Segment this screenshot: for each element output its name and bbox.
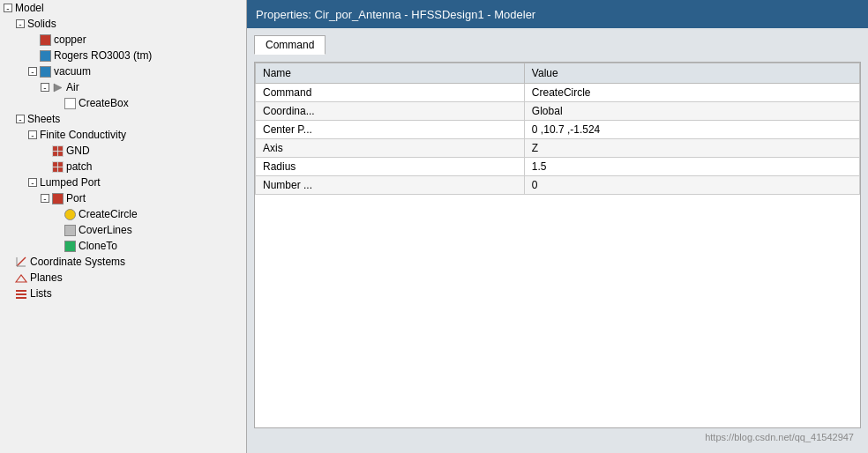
tree-item-createbox[interactable]: CreateBox — [0, 95, 246, 111]
row-value: 1.5 — [524, 158, 859, 176]
title-text: Properties: Cir_por_Antenna - HFSSDesign… — [256, 8, 535, 21]
table-row[interactable]: Number ...0 — [256, 176, 860, 195]
row-name: Command — [256, 84, 525, 102]
tree-item-label: patch — [66, 160, 92, 173]
row-value: Z — [524, 139, 859, 158]
svg-rect-9 — [53, 167, 57, 172]
svg-rect-16 — [16, 293, 26, 295]
svg-rect-3 — [58, 146, 63, 151]
row-value: 0 — [524, 176, 859, 195]
tree-item-lists[interactable]: Lists — [0, 286, 246, 301]
svg-marker-0 — [54, 84, 62, 92]
svg-rect-10 — [58, 167, 63, 172]
tree-item-label: Solids — [27, 18, 56, 30]
col-header-name: Name — [256, 63, 525, 84]
tree-item-patch[interactable]: patch — [0, 159, 246, 175]
properties-table: Name Value CommandCreateCircleCoordina..… — [255, 63, 860, 195]
watermark: https://blog.csdn.net/qq_41542947 — [254, 428, 861, 446]
tree-item-label: CreateBox — [79, 97, 129, 109]
tree-item-port[interactable]: -Port — [0, 190, 246, 206]
svg-rect-8 — [58, 162, 63, 167]
tree-item-label: Finite Conductivity — [40, 129, 126, 141]
tree-item-gnd[interactable]: GND — [0, 143, 246, 159]
tree-item-label: Sheets — [27, 113, 60, 125]
expand-icon[interactable]: - — [28, 67, 37, 76]
tree-item-label: Coordinate Systems — [30, 256, 125, 268]
yellow-circle-icon — [64, 209, 76, 220]
tree-item-lumped-port[interactable]: -Lumped Port — [0, 175, 246, 190]
tree-item-label: Lumped Port — [40, 176, 101, 189]
row-value: CreateCircle — [524, 84, 859, 102]
tree-item-label: CoverLines — [79, 224, 132, 236]
expand-icon[interactable]: - — [16, 115, 25, 123]
svg-marker-14 — [16, 275, 26, 282]
svg-rect-4 — [53, 152, 57, 156]
expand-icon[interactable]: - — [16, 19, 25, 28]
tree-item-coord-sys[interactable]: Coordinate Systems — [0, 254, 246, 270]
red-box-icon — [40, 34, 51, 46]
tree-item-label: Planes — [30, 271, 63, 284]
tree-item-label: CloneTo — [79, 240, 117, 252]
table-wrapper: Name Value CommandCreateCircleCoordina..… — [254, 62, 861, 428]
tree-item-label: Air — [66, 81, 79, 93]
red-grid-icon — [52, 161, 64, 173]
properties-content: Command Name Value CommandCreateCircleCo… — [247, 28, 868, 453]
tab-bar[interactable]: Command — [254, 35, 861, 55]
tree-item-label: Rogers RO3003 (tm) — [54, 49, 152, 62]
row-name: Center P... — [256, 121, 525, 139]
tree-panel[interactable]: -Model-SolidscopperRogers RO3003 (tm)-va… — [0, 0, 247, 453]
table-row[interactable]: Center P...0 ,10.7 ,-1.524 — [256, 121, 860, 139]
tree-item-model[interactable]: -Model — [0, 0, 246, 16]
row-name: Coordina... — [256, 102, 525, 121]
arrow-icon — [52, 82, 64, 93]
tree-item-air[interactable]: -Air — [0, 79, 246, 95]
row-value: Global — [524, 102, 859, 121]
expand-icon[interactable]: - — [28, 130, 37, 139]
table-row[interactable]: Coordina...Global — [256, 102, 860, 121]
svg-rect-5 — [58, 152, 63, 156]
svg-rect-17 — [16, 297, 26, 299]
table-row[interactable]: CommandCreateCircle — [256, 84, 860, 102]
expand-icon[interactable]: - — [4, 4, 12, 12]
red-box-icon — [52, 193, 64, 204]
blue-box-icon — [40, 50, 51, 62]
tree-item-label: copper — [54, 33, 86, 46]
tree-item-label: Model — [15, 2, 44, 14]
tree-item-rogers[interactable]: Rogers RO3003 (tm) — [0, 48, 246, 63]
lists-icon — [15, 287, 27, 300]
tree-item-label: Lists — [30, 287, 52, 300]
tab-command[interactable]: Command — [254, 35, 326, 55]
tree-item-vacuum[interactable]: -vacuum — [0, 63, 246, 79]
expand-icon[interactable]: - — [28, 178, 37, 187]
row-name: Radius — [256, 158, 525, 176]
table-row[interactable]: AxisZ — [256, 139, 860, 158]
tree-item-planes[interactable]: Planes — [0, 270, 246, 286]
svg-rect-2 — [53, 146, 57, 151]
tree-item-finite-cond[interactable]: -Finite Conductivity — [0, 127, 246, 143]
svg-rect-15 — [16, 290, 26, 292]
tree-item-clone-to[interactable]: CloneTo — [0, 238, 246, 254]
row-name: Axis — [256, 139, 525, 158]
col-header-value: Value — [524, 63, 859, 84]
svg-rect-7 — [53, 162, 57, 167]
coord-icon — [15, 256, 27, 268]
tree-item-create-circle[interactable]: CreateCircle — [0, 206, 246, 222]
tree-item-copper[interactable]: copper — [0, 32, 246, 48]
tree-item-label: vacuum — [54, 65, 91, 78]
svg-line-11 — [17, 257, 26, 266]
tree-item-label: Port — [66, 192, 86, 204]
tree-item-solids[interactable]: -Solids — [0, 16, 246, 32]
row-name: Number ... — [256, 176, 525, 195]
planes-icon — [15, 271, 27, 284]
tree-item-sheets[interactable]: -Sheets — [0, 111, 246, 127]
red-grid-icon — [52, 145, 64, 157]
expand-icon[interactable]: - — [41, 83, 49, 92]
title-bar: Properties: Cir_por_Antenna - HFSSDesign… — [247, 0, 868, 28]
properties-panel: Properties: Cir_por_Antenna - HFSSDesign… — [247, 0, 868, 453]
tree-item-label: GND — [66, 145, 90, 157]
white-box-icon — [64, 98, 76, 109]
green-box-icon — [64, 241, 76, 252]
tree-item-cover-lines[interactable]: CoverLines — [0, 222, 246, 238]
table-row[interactable]: Radius1.5 — [256, 158, 860, 176]
expand-icon[interactable]: - — [41, 194, 49, 203]
